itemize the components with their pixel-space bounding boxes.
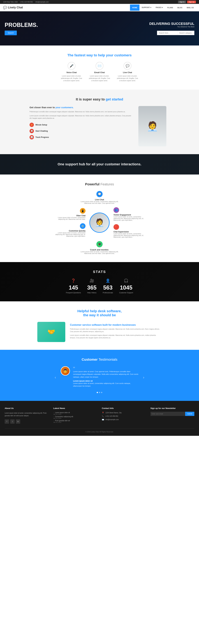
questions-icon: ❓ (66, 278, 81, 283)
address: 1234 New York, USA (3, 1, 18, 3)
feature-voice-chat: 🎤 Voice Chat Lorem ipsum dolor sit amet,… (61, 62, 82, 82)
nav-home[interactable]: HOME (130, 4, 139, 11)
testimonial-quote: Lorem ipsum dolor sit amet. Cras apernet… (73, 370, 138, 378)
stat-label-support: Customer Support (119, 292, 133, 294)
live-chat-desc: Lorem ipsum dolor sit amet, pellentesque… (117, 75, 138, 82)
section-fastest: The fastest way to help your customers 🎤… (0, 46, 199, 90)
support-hub-heading: One support hub for all your customer in… (5, 162, 194, 167)
nav-blog[interactable]: BLOG (175, 4, 184, 11)
footer-bottom: © 2016 Lively Chat. All Rights Reserved. (5, 428, 194, 433)
dot-3[interactable] (101, 392, 102, 393)
professionals-icon: 👤 (103, 278, 113, 283)
social-icons: f t in (5, 419, 49, 424)
hero-right-sub: You Deserve The Best (104, 26, 194, 28)
news-item-1: Lorem ipsum dolor sit Jan 20, 2016 (53, 412, 97, 415)
helpdesk-card-heading: Customer service software built for mode… (70, 324, 162, 326)
customize-icon: ⚙️ (80, 223, 86, 229)
powerful-features-heading: Powerful Features (5, 182, 194, 186)
helpdesk-content: 🤝 Customer service software built for mo… (37, 322, 162, 342)
top-bar-actions: Sign In Sign Up (178, 0, 196, 3)
hero-right-heading: DELIVERING SUCCESSFUL (104, 22, 194, 26)
step-2: 💬 Start Chatting (30, 129, 132, 133)
helpdesk-illustration: 🤝 (37, 322, 65, 342)
newsletter-submit-button[interactable]: Submit (185, 412, 194, 416)
visitor-icon: 👥 (113, 207, 119, 213)
contact-address: 📍 1234 Street Name, City (102, 412, 146, 414)
facebook-icon[interactable]: f (5, 419, 9, 424)
linkedin-icon[interactable]: in (16, 419, 20, 424)
feature-coach-monitor: 🎓 Coach and monitor. Lorem ipsum dolor s… (5, 241, 194, 254)
feature-customize: ⚙️ Customize Quickly Lorem ipsum dolor s… (54, 223, 86, 237)
footer-contact: Contact Info 📍 1234 Street Name, City 📞 … (102, 407, 146, 424)
news-link-2[interactable]: Consectetur adipiscing elit (55, 416, 73, 418)
step-1: ⚡ Minute Setup (30, 123, 132, 127)
feature-visitor-engagement: 👥 Visitor Engagement Lorem ipsum dolor s… (113, 207, 145, 221)
navbar: 💬 Lively Chat HOME SUPPORT ▾ PAGES ▾ PLA… (0, 4, 199, 11)
supervision-desc: Lorem ipsum dolor sit amet, consectetur … (113, 233, 145, 238)
footer-newsletter: Sign up for our Newsletter Submit (150, 407, 194, 424)
footer-news-title: Latest News (53, 407, 97, 410)
steps-list: ⚡ Minute Setup 💬 Start Chatting 📊 Track … (30, 123, 132, 140)
email-chat-icon: ✉️ (96, 62, 103, 70)
newsletter-email-input[interactable] (150, 412, 185, 416)
phone: (+01) 123 456 852 (20, 1, 33, 3)
features-middle-row: 📱 Viber Chat Lorem ipsum dolor sit amet,… (5, 207, 194, 238)
testimonials-heading: Customer Testimonials (5, 358, 194, 362)
features-right-col: 👥 Visitor Engagement Lorem ipsum dolor s… (113, 207, 145, 238)
email-chat-title: Email Chat (89, 71, 110, 74)
news-link-3[interactable]: Proin gravida nibh vel (55, 420, 70, 422)
stat-videos: 🎥 365 Help Videos (87, 278, 97, 294)
contact-address-text: 1234 Street Name, City (105, 412, 122, 414)
stat-label-professionals: Professionals (103, 292, 113, 294)
stat-label-questions: Frequent Questions (66, 292, 81, 294)
nav-support[interactable]: SUPPORT ▾ (139, 4, 153, 11)
feature-live-chat: 💬 Live Chat Lorem ipsum dolor sit amet, … (117, 62, 138, 82)
voice-chat-icon: 🎤 (68, 62, 75, 70)
signup-button[interactable]: Sign Up (187, 0, 196, 3)
newsletter-input-group: Submit (150, 412, 194, 416)
logo: 💬 Lively Chat (3, 6, 23, 10)
stat-number-professionals: 563 (103, 284, 113, 291)
hero-category-input[interactable] (177, 31, 194, 35)
hero-search-button[interactable]: Search (5, 30, 17, 35)
stat-professionals: 👤 563 Professionals (103, 278, 113, 294)
nav-plans[interactable]: PLANS (165, 4, 175, 11)
contact-phone-text: (+01) 123 456 852 (105, 415, 118, 417)
dot-2[interactable] (99, 392, 100, 393)
feature-email-chat: ✉️ Email Chat Lorem ipsum dolor sit amet… (89, 62, 110, 82)
voice-chat-desc: Lorem ipsum dolor sit amet, pellentesque… (61, 75, 82, 82)
step-3: 📊 Track Progress (30, 135, 132, 140)
easy-left: Get closer than ever to your customers. … (30, 106, 132, 140)
nav-pages[interactable]: PAGES ▾ (153, 4, 165, 11)
features-left-col: 📱 Viber Chat Lorem ipsum dolor sit amet,… (54, 208, 86, 237)
live-chat-feature-desc: Lorem ipsum dolor sit amet, consectetur … (80, 201, 119, 204)
top-bar-contact: 1234 New York, USA (+01) 123 456 852 inf… (3, 1, 49, 3)
top-bar: 1234 New York, USA (+01) 123 456 852 inf… (0, 0, 199, 4)
testimonial-avatar: 👨 (61, 366, 70, 376)
easy-para-2: Lorem ipsum convallis diam consequat mag… (30, 114, 132, 120)
testimonial-text: " Lorem ipsum dolor sit amet. Cras apern… (73, 366, 138, 389)
coach-icon: 🎓 (96, 241, 103, 247)
easy-subheading: Get closer than ever to your customers. (30, 106, 132, 109)
email: info@example.com (35, 1, 49, 3)
videos-icon: 🎥 (87, 278, 97, 283)
twitter-icon[interactable]: t (10, 419, 15, 424)
nav-mailus[interactable]: MAIL US (184, 4, 196, 11)
phone-icon: 📞 (102, 415, 104, 417)
contact-email-text: info@example.com (105, 419, 119, 420)
testimonial-name: Lorem ipsum dolor sit (73, 380, 93, 382)
hero-search-input[interactable] (157, 31, 177, 35)
footer-news-list: Lorem ipsum dolor sit Jan 20, 2016 Conse… (53, 412, 97, 423)
testimonial-prev-arrow[interactable]: ‹ (53, 374, 58, 381)
signin-button[interactable]: Sign In (178, 0, 186, 3)
news-link-1[interactable]: Lorem ipsum dolor sit (55, 412, 70, 414)
visitor-title: Visitor Engagement (113, 214, 145, 216)
news-item-3: Proin gravida nibh vel Jan 15, 2016 (53, 420, 97, 423)
address-icon: 📍 (102, 412, 104, 414)
section-easy: It is super easy to get started Get clos… (0, 90, 199, 154)
section-testimonials: Customer Testimonials ‹ 👨 " Lorem ipsum … (0, 350, 199, 401)
testimonial-next-arrow[interactable]: › (141, 374, 146, 381)
dot-1[interactable] (97, 392, 98, 393)
stat-label-videos: Help Videos (87, 292, 97, 294)
hero-section: PROBLEMS. Search DELIVERING SUCCESSFUL Y… (0, 11, 199, 46)
